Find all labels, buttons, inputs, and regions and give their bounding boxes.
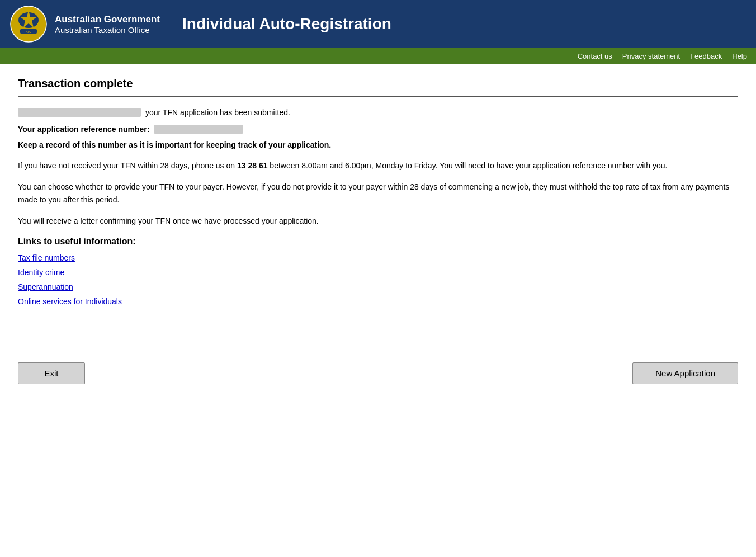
- info-para-2: You can choose whether to provide your T…: [18, 181, 738, 206]
- coat-of-arms-icon: ATO: [9, 4, 48, 44]
- ref-label: Your application reference number:: [18, 125, 149, 134]
- info-para-3: You will receive a letter confirming you…: [18, 215, 738, 227]
- footer-buttons: Exit New Application: [0, 353, 756, 393]
- svg-text:ATO: ATO: [26, 30, 31, 34]
- list-item: Superannuation: [18, 282, 738, 291]
- submission-text: your TFN application has been submitted.: [145, 108, 290, 117]
- page-header: ATO Australian Government Australian Tax…: [0, 0, 756, 48]
- link-online-services[interactable]: Online services for Individuals: [18, 297, 122, 306]
- links-heading: Links to useful information:: [18, 237, 738, 247]
- transaction-complete-title: Transaction complete: [18, 77, 738, 90]
- list-item: Tax file numbers: [18, 253, 738, 262]
- link-tax-file-numbers[interactable]: Tax file numbers: [18, 253, 75, 262]
- org-name-area: Australian Government Australian Taxatio…: [55, 14, 160, 35]
- page-main-title: Individual Auto-Registration: [182, 15, 747, 33]
- list-item: Online services for Individuals: [18, 297, 738, 306]
- org-name: Australian Government: [55, 14, 160, 25]
- important-note: Keep a record of this number as it is im…: [18, 140, 738, 149]
- redacted-name: [18, 108, 141, 117]
- info-para-1: If you have not received your TFN within…: [18, 159, 738, 172]
- logo-area: ATO Australian Government Australian Tax…: [9, 4, 160, 44]
- link-identity-crime[interactable]: Identity crime: [18, 268, 64, 277]
- nav-privacy[interactable]: Privacy statement: [622, 52, 680, 60]
- org-sub: Australian Taxation Office: [55, 25, 160, 35]
- phone-number: 13 28 61: [237, 161, 268, 170]
- nav-bar: Contact us Privacy statement Feedback He…: [0, 48, 756, 64]
- link-superannuation[interactable]: Superannuation: [18, 282, 73, 291]
- redacted-ref-number: [154, 125, 243, 134]
- submission-line: your TFN application has been submitted.: [18, 108, 738, 117]
- exit-button[interactable]: Exit: [18, 362, 85, 384]
- main-content: Transaction complete your TFN applicatio…: [0, 64, 756, 342]
- nav-feedback[interactable]: Feedback: [690, 52, 722, 60]
- reference-line: Your application reference number:: [18, 125, 738, 134]
- useful-links-list: Tax file numbers Identity crime Superann…: [18, 253, 738, 306]
- list-item: Identity crime: [18, 268, 738, 277]
- nav-contact[interactable]: Contact us: [578, 52, 612, 60]
- title-divider: [18, 96, 738, 97]
- nav-help[interactable]: Help: [732, 52, 747, 60]
- new-application-button[interactable]: New Application: [632, 362, 738, 384]
- header-title: Individual Auto-Registration: [171, 15, 747, 33]
